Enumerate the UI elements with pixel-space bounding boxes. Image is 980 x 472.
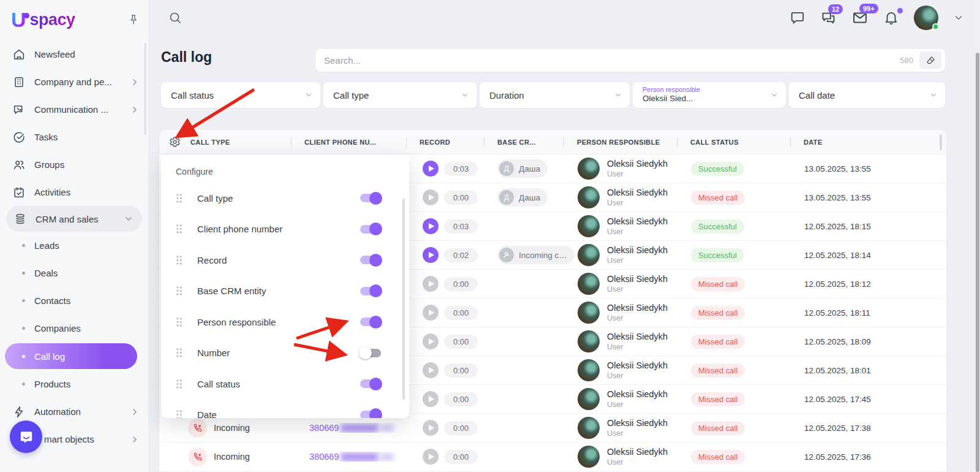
toggle-base-crm-entity[interactable]: [360, 287, 381, 295]
bullet-icon: [22, 383, 25, 386]
play-button[interactable]: [423, 218, 439, 234]
filter-person-responsible[interactable]: Person responsible Oleksii Sied...: [633, 82, 786, 108]
sidebar-scrollbar[interactable]: [144, 43, 146, 135]
sidebar-item-companies[interactable]: Companies: [0, 314, 148, 342]
uspacy-logo-text[interactable]: spacy: [30, 10, 75, 29]
configure-item-client-phone-number: Client phone number: [176, 214, 409, 245]
drag-handle-icon[interactable]: [176, 286, 183, 296]
mail-icon[interactable]: 99+: [851, 9, 869, 26]
chevron-down-icon: [929, 91, 938, 99]
crm-entity-chip[interactable]: ДДаша: [497, 188, 548, 207]
play-button[interactable]: [423, 305, 439, 321]
mail-badge: 99+: [859, 4, 878, 13]
phone-blur: [380, 453, 394, 461]
column-header[interactable]: DATE: [790, 139, 946, 146]
chevron-down-icon: [461, 91, 469, 99]
sidebar-item-products[interactable]: Products: [0, 370, 148, 398]
column-header[interactable]: RECORD: [406, 139, 484, 146]
play-button[interactable]: [423, 189, 439, 205]
search-input[interactable]: [324, 55, 900, 66]
sidebar-item-contacts[interactable]: Contacts: [0, 287, 148, 314]
configure-item-label: Record: [197, 255, 227, 265]
drag-handle-icon[interactable]: [176, 409, 183, 418]
search-icon[interactable]: [168, 10, 183, 25]
person-avatar: [578, 446, 600, 468]
play-button[interactable]: [423, 247, 439, 263]
toggle-number[interactable]: [360, 349, 381, 357]
gear-icon[interactable]: [169, 136, 181, 148]
messenger-icon[interactable]: 12: [820, 10, 837, 26]
person-avatar: [578, 158, 600, 180]
toggle-client-phone-number[interactable]: [360, 225, 381, 234]
table-row[interactable]: Incoming 380669 0:00 Oleksii SiedykhUser…: [159, 443, 946, 471]
user-avatar[interactable]: [914, 6, 938, 30]
column-header[interactable]: CLIENT PHONE NU...: [291, 139, 406, 146]
toggle-call-status[interactable]: [360, 379, 381, 388]
client-phone[interactable]: 380669: [309, 452, 339, 462]
table-scrollbar[interactable]: [940, 134, 942, 150]
toggle-person-responsible[interactable]: [360, 318, 381, 326]
play-button[interactable]: [423, 276, 439, 292]
client-phone[interactable]: 380669: [309, 423, 339, 433]
sidebar-item-tasks[interactable]: Tasks: [0, 123, 148, 151]
crm-entity-chip[interactable]: ДДаша: [497, 159, 548, 178]
drag-handle-icon[interactable]: [176, 348, 183, 358]
sidebar-item-newsfeed[interactable]: Newsfeed: [0, 40, 148, 68]
drag-handle-icon[interactable]: [176, 193, 183, 204]
sidebar-item-company[interactable]: Company and pe...: [0, 68, 148, 96]
sub-item-label: Contacts: [34, 295, 70, 306]
person-avatar: [578, 273, 600, 295]
drag-handle-icon[interactable]: [176, 255, 183, 265]
play-button[interactable]: [423, 333, 439, 349]
phone-blur: [380, 424, 394, 432]
play-button[interactable]: [423, 161, 439, 177]
status-badge: Missed call: [691, 421, 745, 435]
sidebar-item-label: Activities: [34, 187, 70, 197]
sidebar-item-label: CRM and sales: [36, 214, 99, 224]
sidebar-item-crm[interactable]: CRM and sales: [6, 206, 142, 232]
profile-chevron-icon[interactable]: [953, 12, 964, 23]
bell-icon[interactable]: [883, 10, 899, 26]
toggle-date[interactable]: [360, 411, 381, 418]
sub-item-label: Deals: [34, 268, 58, 278]
pin-icon[interactable]: [127, 13, 140, 26]
filter-call-date[interactable]: Call date: [789, 82, 945, 108]
call-date: 13.05.2025, 13:55: [790, 193, 946, 202]
sidebar-item-label: Automation: [34, 406, 81, 417]
column-header[interactable]: BASE CR...: [484, 139, 564, 146]
play-button[interactable]: [423, 391, 439, 407]
sidebar-item-communication[interactable]: Communication ...: [0, 96, 148, 123]
play-button[interactable]: [423, 420, 439, 436]
uspacy-logo[interactable]: U: [11, 8, 25, 32]
filter-call-type[interactable]: Call type: [323, 82, 477, 108]
sidebar-item-label: mart objects: [44, 434, 94, 444]
eraser-button[interactable]: [919, 51, 941, 69]
call-duration: 0:03: [444, 219, 478, 234]
chat-launcher-button[interactable]: [10, 421, 42, 453]
comment-icon[interactable]: [790, 10, 805, 26]
filter-duration[interactable]: Duration: [480, 82, 630, 108]
toggle-record[interactable]: [360, 256, 381, 264]
configure-item-number: Number: [176, 338, 409, 369]
sidebar-item-deals[interactable]: Deals: [0, 259, 148, 287]
logo-dot-icon: [24, 13, 29, 18]
drag-handle-icon[interactable]: [176, 379, 183, 389]
sidebar-item-groups[interactable]: Groups: [0, 151, 148, 178]
dropdown-scrollbar[interactable]: [402, 199, 405, 400]
column-header[interactable]: CALL STATUS: [677, 139, 790, 146]
bullet-icon: [22, 272, 25, 275]
filter-label: Call type: [333, 90, 369, 101]
toggle-call-type[interactable]: [360, 194, 381, 202]
play-button[interactable]: [423, 449, 439, 465]
column-header[interactable]: PERSON RESPONSIBLE: [564, 139, 677, 146]
drag-handle-icon[interactable]: [176, 317, 183, 327]
column-header[interactable]: CALL TYPE: [190, 139, 230, 146]
sidebar-item-activities[interactable]: Activities: [0, 178, 148, 206]
play-button[interactable]: [423, 362, 439, 378]
page-scrollbar[interactable]: [974, 0, 980, 472]
sidebar-item-call-log[interactable]: Call log: [5, 343, 137, 369]
drag-handle-icon[interactable]: [176, 224, 183, 234]
sidebar-item-leads[interactable]: Leads: [0, 232, 148, 259]
filter-call-status[interactable]: Call status: [161, 82, 320, 108]
table-row[interactable]: Incoming 380669 0:00 Oleksii SiedykhUser…: [159, 414, 946, 443]
